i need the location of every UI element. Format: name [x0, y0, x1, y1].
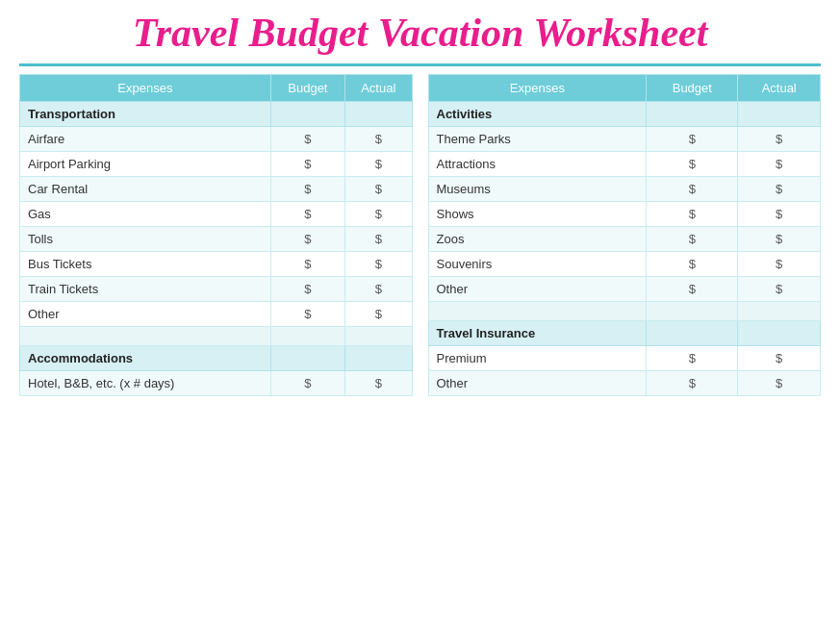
section-budget: [647, 321, 738, 346]
table-row: Bus Tickets $ $: [20, 252, 413, 277]
tables-wrapper: Expenses Budget Actual Transportation Ai…: [19, 74, 821, 396]
budget-value[interactable]: $: [647, 346, 738, 371]
table-row: Car Rental $ $: [20, 177, 413, 202]
actual-value[interactable]: $: [345, 302, 412, 327]
actual-value[interactable]: $: [345, 177, 412, 202]
actual-value[interactable]: $: [738, 252, 821, 277]
actual-value[interactable]: $: [738, 227, 821, 252]
budget-value[interactable]: $: [647, 277, 738, 302]
section-actual: [345, 346, 412, 371]
expense-label: Souvenirs: [428, 252, 647, 277]
actual-value[interactable]: $: [738, 152, 821, 177]
table-row: Other $ $: [428, 371, 821, 396]
section-label: Travel Insurance: [428, 321, 647, 346]
right-col-actual: Actual: [738, 75, 821, 102]
actual-value[interactable]: $: [738, 127, 821, 152]
expense-label: Other: [428, 371, 647, 396]
actual-value[interactable]: $: [738, 177, 821, 202]
expense-label: Airport Parking: [20, 152, 271, 177]
expense-label: Other: [20, 302, 271, 327]
expense-label: Car Rental: [20, 177, 271, 202]
top-divider: [19, 63, 821, 66]
expense-label: Other: [428, 277, 647, 302]
budget-value[interactable]: $: [647, 152, 738, 177]
section-budget: [270, 346, 344, 371]
budget-value[interactable]: $: [647, 177, 738, 202]
actual-value[interactable]: $: [345, 202, 412, 227]
actual-value[interactable]: $: [345, 152, 412, 177]
section-label: Accommodations: [20, 346, 271, 371]
table-section-header: Transportation: [20, 102, 413, 127]
right-table-section: Expenses Budget Actual Activities Theme …: [428, 74, 822, 396]
table-row: Gas $ $: [20, 202, 413, 227]
actual-value[interactable]: $: [738, 277, 821, 302]
budget-value[interactable]: $: [270, 152, 344, 177]
expense-label: Bus Tickets: [20, 252, 271, 277]
expense-label: Attractions: [428, 152, 647, 177]
actual-value[interactable]: $: [345, 252, 412, 277]
table-row: Zoos $ $: [428, 227, 821, 252]
right-col-expenses: Expenses: [428, 75, 647, 102]
budget-value[interactable]: $: [270, 127, 344, 152]
table-row: Train Tickets $ $: [20, 277, 413, 302]
left-col-budget: Budget: [270, 75, 344, 102]
budget-value[interactable]: $: [270, 371, 344, 396]
actual-value[interactable]: $: [345, 277, 412, 302]
left-table: Expenses Budget Actual Transportation Ai…: [19, 74, 413, 396]
expense-label: Premium: [428, 346, 647, 371]
budget-value[interactable]: $: [647, 127, 738, 152]
table-row: Other $ $: [428, 277, 821, 302]
budget-value[interactable]: $: [270, 202, 344, 227]
expense-label: Airfare: [20, 127, 271, 152]
budget-value[interactable]: $: [270, 252, 344, 277]
expense-label: Tolls: [20, 227, 271, 252]
budget-value[interactable]: $: [647, 227, 738, 252]
section-label: Activities: [428, 102, 647, 127]
budget-value[interactable]: $: [647, 252, 738, 277]
table-row: Shows $ $: [428, 202, 821, 227]
actual-value[interactable]: $: [345, 127, 412, 152]
budget-value[interactable]: $: [647, 202, 738, 227]
table-row: Airport Parking $ $: [20, 152, 413, 177]
table-row: Tolls $ $: [20, 227, 413, 252]
section-actual: [738, 102, 821, 127]
right-table: Expenses Budget Actual Activities Theme …: [428, 74, 822, 396]
actual-value[interactable]: $: [345, 371, 412, 396]
budget-value[interactable]: $: [270, 227, 344, 252]
table-empty-row: [428, 302, 821, 321]
expense-label: Zoos: [428, 227, 647, 252]
section-actual: [738, 321, 821, 346]
table-row: Airfare $ $: [20, 127, 413, 152]
expense-label: Train Tickets: [20, 277, 271, 302]
budget-value[interactable]: $: [270, 277, 344, 302]
actual-value[interactable]: $: [345, 227, 412, 252]
budget-value[interactable]: $: [647, 371, 738, 396]
actual-value[interactable]: $: [738, 371, 821, 396]
expense-label: Shows: [428, 202, 647, 227]
expense-label: Hotel, B&B, etc. (x # days): [20, 371, 271, 396]
page-title: Travel Budget Vacation Worksheet: [19, 10, 821, 56]
table-row: Other $ $: [20, 302, 413, 327]
expense-label: Gas: [20, 202, 271, 227]
actual-value[interactable]: $: [738, 202, 821, 227]
table-section-header: Activities: [428, 102, 821, 127]
section-label: Transportation: [20, 102, 271, 127]
budget-value[interactable]: $: [270, 302, 344, 327]
expense-label: Theme Parks: [428, 127, 647, 152]
section-budget: [647, 102, 738, 127]
table-row: Premium $ $: [428, 346, 821, 371]
table-row: Attractions $ $: [428, 152, 821, 177]
table-empty-row: [20, 327, 413, 346]
budget-value[interactable]: $: [270, 177, 344, 202]
table-row: Museums $ $: [428, 177, 821, 202]
actual-value[interactable]: $: [738, 346, 821, 371]
table-section-header: Travel Insurance: [428, 321, 821, 346]
expense-label: Museums: [428, 177, 647, 202]
table-section-header: Accommodations: [20, 346, 413, 371]
table-row: Souvenirs $ $: [428, 252, 821, 277]
section-budget: [270, 102, 344, 127]
left-col-actual: Actual: [345, 75, 412, 102]
section-actual: [345, 102, 412, 127]
table-row: Theme Parks $ $: [428, 127, 821, 152]
right-col-budget: Budget: [647, 75, 738, 102]
